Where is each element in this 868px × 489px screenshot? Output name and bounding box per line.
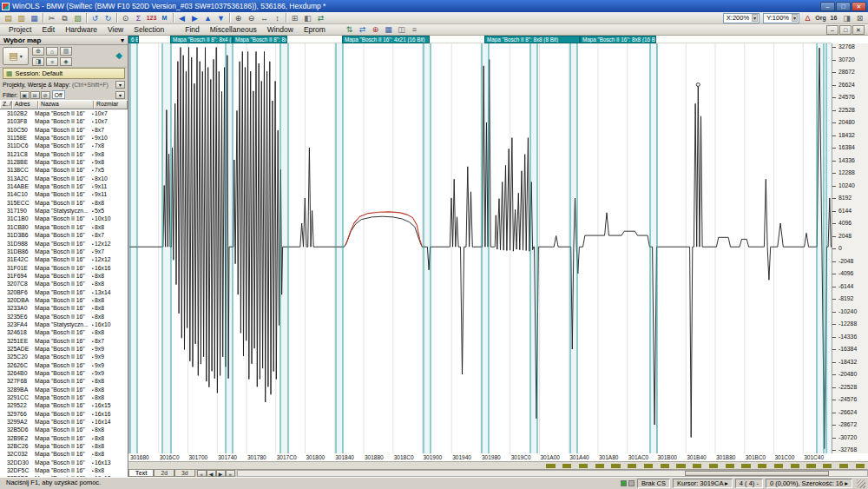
bits16-icon[interactable]: 16: [827, 12, 840, 23]
map-list-row[interactable]: 3289BAMapa "Bosch II 16"▪8x8: [0, 386, 128, 393]
map-list-row[interactable]: 329522Mapa "Bosch II 16"▪16x15: [0, 401, 128, 409]
numbers-icon[interactable]: 123: [145, 12, 158, 23]
down-icon[interactable]: ▼: [214, 12, 227, 23]
lock-icon[interactable]: ⊠: [853, 12, 866, 23]
tab-3d[interactable]: 3d: [174, 470, 195, 477]
open-project-icon[interactable]: ▥: [15, 12, 28, 23]
waveform-plot[interactable]: [128, 43, 832, 453]
map-list-row[interactable]: 31D3B6Mapa "Bosch II 16"▪8x7: [0, 231, 128, 239]
menu-selection[interactable]: Selection: [128, 24, 169, 35]
map-list-row[interactable]: 32C032Mapa "Bosch II 16"▪8x8: [0, 450, 128, 458]
map-region-header[interactable]: 6 Bit): [128, 36, 139, 43]
menu-find[interactable]: Find: [180, 24, 205, 35]
map-list-row[interactable]: 314ABEMapa "Bosch II 16"▪9x11: [0, 182, 128, 190]
map-list-row[interactable]: 3138CCMapa "Bosch II 16"▪7x5: [0, 166, 128, 174]
map-list-row[interactable]: 323FA4Mapa "Statystyczn...▪16x10: [0, 320, 128, 328]
horizontal-scrollbar[interactable]: [237, 470, 868, 477]
column-header-z[interactable]: Z. /: [0, 101, 12, 109]
up-icon[interactable]: ▲: [201, 12, 214, 23]
tab-scroll-arrow-0[interactable]: «: [197, 470, 207, 477]
map-list-row[interactable]: 31C1B0Mapa "Bosch II 16"▪10x10: [0, 215, 128, 222]
checksum-icon[interactable]: Σ: [132, 12, 145, 23]
redo-icon[interactable]: ↻: [102, 12, 115, 23]
map-list-row[interactable]: 32B9E2Mapa "Bosch II 16"▪8x8: [0, 434, 128, 442]
chevron-down-icon[interactable]: ▾: [121, 36, 124, 44]
map-list-row[interactable]: 32DF5CMapa "Bosch II 16"▪8x8: [0, 466, 128, 474]
tab-scroll-arrow-2[interactable]: ▶: [216, 470, 226, 477]
map-region-header[interactable]: Mapa "Bosch II 16": 8x8 (16 Bit): [580, 36, 656, 43]
map-list-row[interactable]: 31E42CMapa "Bosch II 16"▪12x12: [0, 255, 128, 263]
menu-project[interactable]: Project: [3, 24, 36, 35]
map-list-row[interactable]: 3103F8Mapa "Bosch II 16"▪10x7: [0, 117, 128, 125]
panel-tool-button-2[interactable]: ▥: [60, 47, 72, 56]
original-icon[interactable]: Org: [814, 12, 827, 23]
tab-scroll-arrow-3[interactable]: »: [226, 470, 235, 477]
resize-grip[interactable]: [857, 479, 865, 488]
map-list-row[interactable]: 3251EEMapa "Bosch II 16"▪8x7: [0, 337, 128, 345]
minimize-button[interactable]: –: [820, 2, 835, 11]
map-list-row[interactable]: 313A2CMapa "Bosch II 16"▪8x10: [0, 175, 128, 182]
chevron-down-icon[interactable]: ▾: [115, 81, 125, 89]
filter-select[interactable]: Off: [52, 90, 65, 99]
map-list-icon[interactable]: ▦: [382, 24, 395, 36]
chevron-down-icon[interactable]: ▾: [792, 14, 798, 22]
map-list-row[interactable]: 3128BEMapa "Bosch II 16"▪9x8: [0, 158, 128, 166]
panel-tool-button-5[interactable]: ◈: [60, 57, 72, 66]
map-list-row[interactable]: 32B5D6Mapa "Bosch II 16"▪8x8: [0, 426, 128, 433]
tab-text[interactable]: Text: [128, 470, 154, 477]
add-map-icon[interactable]: ⊕: [369, 24, 382, 36]
menu-window[interactable]: Window: [262, 24, 299, 35]
map-list-row[interactable]: 325C20Mapa "Bosch II 16"▪9x9: [0, 353, 128, 360]
mdi-close-button[interactable]: ✕: [852, 25, 865, 35]
map-list-row[interactable]: 31D988Mapa "Bosch II 16"▪12x12: [0, 240, 128, 248]
zoom-y-combobox[interactable]: Y:100% ▾: [763, 13, 799, 23]
cut-icon[interactable]: ✂: [45, 12, 58, 23]
title-bar[interactable]: WinOLS - BMW (Swiftec (BMW F10 520D Vers…: [0, 0, 868, 12]
map-list-row[interactable]: 3207C8Mapa "Bosch II 16"▪8x8: [0, 280, 128, 287]
column-header-adres[interactable]: Adres: [12, 101, 38, 109]
map-list-row[interactable]: 324618Mapa "Bosch II 16"▪8x8: [0, 328, 128, 336]
split-icon[interactable]: ◨: [840, 12, 853, 23]
panel-tool-button-4[interactable]: ≡: [46, 57, 58, 66]
mdi-minimize-button[interactable]: ‒: [826, 25, 838, 35]
tab-scroll-arrow-1[interactable]: ◀: [207, 470, 216, 477]
close-button[interactable]: ✕: [852, 2, 866, 11]
menu-view[interactable]: View: [102, 24, 128, 35]
map-list-row[interactable]: 32DD30Mapa "Bosch II 16"▪16x13: [0, 459, 128, 466]
filter-toggle-0[interactable]: ▣: [20, 91, 30, 99]
map-overview-strip[interactable]: [128, 461, 868, 469]
undo-icon[interactable]: ↺: [89, 12, 102, 23]
fit-height-icon[interactable]: ↕: [271, 12, 284, 23]
scrollbar-thumb[interactable]: [685, 471, 830, 476]
export-icon[interactable]: ⇄: [356, 24, 369, 36]
panel-tool-button-3[interactable]: ◨: [32, 57, 44, 66]
map-list-row[interactable]: 315ECCMapa "Bosch II 16"▪8x8: [0, 199, 128, 207]
window-icon[interactable]: ◫: [395, 24, 408, 36]
maximize-button[interactable]: □: [836, 2, 851, 11]
map-list-row[interactable]: 32BC26Mapa "Bosch II 16"▪8x8: [0, 442, 128, 450]
map-list-row[interactable]: 31CB80Mapa "Bosch II 16"▪8x8: [0, 223, 128, 231]
map-list-row[interactable]: 31158EMapa "Bosch II 16"▪9x10: [0, 134, 128, 142]
open-map-folder-button[interactable]: ▤ ▾: [3, 47, 29, 65]
menu-hardware[interactable]: Hardware: [60, 24, 102, 35]
map-list-row[interactable]: 314C10Mapa "Bosch II 16"▪9x11: [0, 190, 128, 198]
next-icon[interactable]: ▶: [188, 12, 201, 23]
map-region-header[interactable]: Mapa "Bosch II 8": 8x4 (8 Bit): [233, 36, 287, 43]
diff-icon[interactable]: Δ: [801, 12, 814, 23]
map-region-header[interactable]: Mapa "Bosch II 8": 8x8 (8 Bit): [484, 36, 580, 43]
map-list-row[interactable]: 320BF6Mapa "Bosch II 16"▪13x14: [0, 288, 128, 296]
map-list-row[interactable]: 31F01EMapa "Bosch II 16"▪16x16: [0, 264, 128, 272]
prev-icon[interactable]: ◀: [175, 12, 188, 23]
map-region-header[interactable]: Mapa "Bosch II 8": 8x4 (8: [170, 36, 233, 43]
zoom-out-icon[interactable]: ⊖: [245, 12, 258, 23]
tab-2d[interactable]: 2d: [154, 470, 174, 477]
map-list-row[interactable]: 31DB86Mapa "Bosch II 16"▪9x7: [0, 248, 128, 255]
map-list-row[interactable]: 311DC6Mapa "Bosch II 16"▪7x8: [0, 142, 128, 149]
map-list-row[interactable]: 320DBAMapa "Bosch II 16"▪8x8: [0, 296, 128, 304]
map-region-header[interactable]: Mapa "Bosch II 16": 4x21 (16 Bit): [342, 36, 430, 43]
map-list-row[interactable]: 3102B2Mapa "Bosch II 16"▪10x7: [0, 109, 128, 117]
compare-icon[interactable]: ⇄: [314, 12, 327, 23]
zoom-in-icon[interactable]: ⊕: [232, 12, 245, 23]
filter-toggle-1[interactable]: ⊞: [30, 91, 40, 99]
map-list[interactable]: 3102B2Mapa "Bosch II 16"▪10x73103F8Mapa …: [0, 109, 128, 477]
